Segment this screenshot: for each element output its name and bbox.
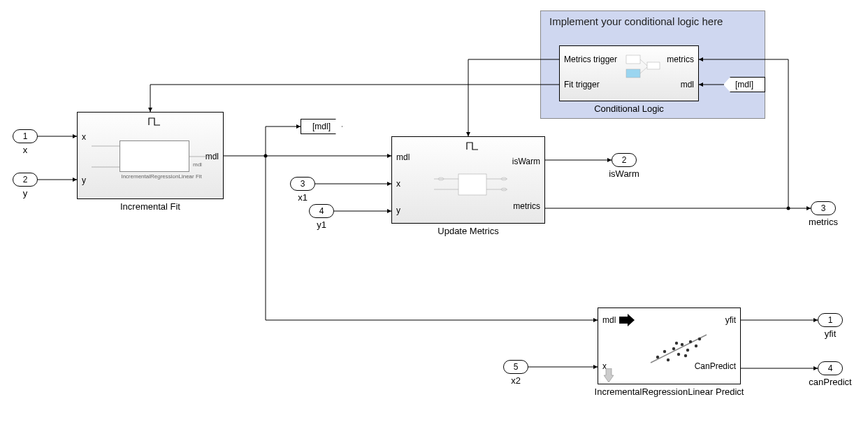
trigger-icon — [147, 115, 161, 126]
outport-1-label: yfit — [811, 328, 850, 339]
inport-2[interactable]: 2 — [13, 173, 38, 187]
svg-point-25 — [689, 340, 692, 343]
outport-4[interactable]: 4 — [818, 361, 843, 375]
scatter-icon — [647, 329, 710, 368]
inport-5[interactable]: 5 — [503, 360, 528, 374]
um-port-x: x — [396, 179, 400, 189]
svg-point-20 — [667, 359, 670, 361]
pred-port-mdl: mdl — [602, 315, 616, 325]
svg-point-29 — [684, 354, 687, 357]
cond-port-fit-trigger: Fit trigger — [564, 80, 600, 89]
outport-3[interactable]: 3 — [811, 201, 836, 215]
conditional-logic-block[interactable]: Metrics trigger Fit trigger metrics mdl — [559, 45, 699, 101]
svg-rect-1 — [626, 69, 640, 78]
svg-point-22 — [677, 353, 680, 356]
from-mdl[interactable]: [mdl] — [723, 77, 765, 92]
outport-4-label: canPredict — [804, 377, 857, 387]
goto-mdl[interactable]: [mdl] — [301, 119, 342, 134]
outport-2[interactable]: 2 — [612, 153, 637, 167]
um-port-iswarm: isWarm — [512, 157, 540, 166]
update-metrics-label: Update Metrics — [391, 226, 545, 236]
um-port-y: y — [396, 205, 400, 215]
annotation-text: Implement your conditional logic here — [549, 15, 723, 27]
svg-rect-8 — [458, 174, 486, 195]
outport-1[interactable]: 1 — [818, 313, 843, 327]
cond-port-mdl: mdl — [681, 80, 694, 89]
um-port-mdl: mdl — [396, 152, 410, 162]
inport-4-label: y1 — [309, 219, 334, 230]
x-down-arrow-icon — [604, 368, 614, 382]
cond-port-metrics: metrics — [667, 55, 694, 64]
fit-port-y: y — [82, 175, 86, 185]
svg-point-19 — [663, 350, 666, 353]
inport-1[interactable]: 1 — [13, 129, 38, 143]
svg-rect-2 — [647, 62, 660, 69]
mdl-arrow-icon — [619, 314, 635, 326]
predict-label: IncrementalRegressionLinear Predict — [584, 386, 755, 397]
svg-point-23 — [681, 343, 683, 346]
incremental-fit-block[interactable]: x y mdl IncrementalRegressionLinear Fit … — [77, 112, 224, 199]
inport-3[interactable]: 3 — [290, 177, 315, 191]
um-port-metrics: metrics — [513, 201, 540, 211]
inport-5-label: x2 — [503, 375, 528, 386]
pred-port-yfit: yfit — [725, 315, 736, 325]
predict-block[interactable]: mdl x yfit CanPredict — [598, 308, 741, 384]
svg-line-3 — [640, 59, 647, 66]
inport-2-label: y — [13, 188, 38, 198]
update-metrics-block[interactable]: mdl x y isWarm metrics — [391, 136, 545, 224]
fit-port-x: x — [82, 132, 86, 142]
svg-point-31 — [787, 207, 790, 210]
outport-3-label: metrics — [800, 217, 846, 227]
incremental-fit-label: Incremental Fit — [77, 201, 224, 212]
svg-point-30 — [264, 154, 268, 158]
svg-point-21 — [672, 347, 675, 350]
cond-port-metrics-trigger: Metrics trigger — [564, 55, 617, 64]
svg-point-18 — [656, 356, 659, 359]
inport-1-label: x — [13, 145, 38, 155]
svg-point-26 — [695, 345, 697, 347]
svg-point-27 — [698, 338, 701, 340]
svg-point-28 — [675, 342, 678, 345]
conditional-logic-label: Conditional Logic — [559, 103, 699, 114]
svg-rect-0 — [626, 55, 640, 64]
fit-inner-label: IncrementalRegressionLinear Fit — [120, 173, 203, 180]
outport-2-label: isWarm — [600, 168, 649, 179]
simulink-canvas[interactable]: Implement your conditional logic here Me… — [0, 0, 868, 434]
svg-line-4 — [640, 67, 647, 73]
inport-3-label: x1 — [290, 192, 315, 203]
inport-4[interactable]: 4 — [309, 204, 334, 218]
trigger-icon — [465, 140, 479, 151]
svg-point-24 — [686, 349, 689, 352]
